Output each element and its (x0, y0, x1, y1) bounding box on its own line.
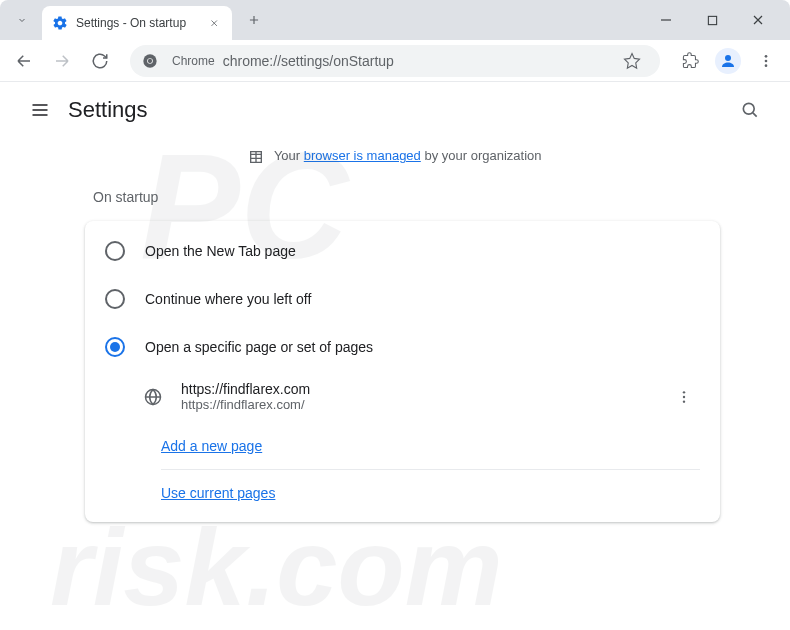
star-icon[interactable] (616, 45, 648, 77)
managed-suffix: by your organization (421, 148, 542, 163)
use-current-link[interactable]: Use current pages (161, 485, 275, 501)
new-tab-button[interactable] (240, 6, 268, 34)
tabs-dropdown-button[interactable] (8, 6, 36, 34)
managed-link[interactable]: browser is managed (304, 148, 421, 163)
settings-header: Settings (0, 82, 790, 138)
gear-icon (52, 15, 68, 31)
svg-point-12 (683, 400, 685, 402)
titlebar: Settings - On startup (0, 0, 790, 40)
option-new-tab[interactable]: Open the New Tab page (85, 227, 720, 275)
address-bar[interactable]: Chrome chrome://settings/onStartup (130, 45, 660, 77)
svg-point-7 (765, 64, 768, 67)
maximize-button[interactable] (698, 6, 726, 34)
search-icon[interactable] (730, 90, 770, 130)
back-button[interactable] (8, 45, 40, 77)
profile-button[interactable] (712, 45, 744, 77)
option-label: Open the New Tab page (145, 243, 296, 259)
avatar-icon (715, 48, 741, 74)
option-continue[interactable]: Continue where you left off (85, 275, 720, 323)
svg-rect-0 (708, 16, 716, 24)
svg-point-4 (725, 55, 731, 61)
forward-button[interactable] (46, 45, 78, 77)
add-page-link[interactable]: Add a new page (161, 438, 262, 454)
page-url-text: https://findflarex.com/ (181, 397, 668, 412)
browser-tab[interactable]: Settings - On startup (42, 6, 232, 40)
page-title: Settings (68, 97, 148, 123)
svg-point-11 (683, 395, 685, 397)
omnibox-chrome-label: Chrome (172, 54, 215, 68)
extensions-icon[interactable] (674, 45, 706, 77)
svg-point-3 (148, 58, 152, 62)
close-icon[interactable] (206, 15, 222, 31)
startup-card: Open the New Tab page Continue where you… (85, 221, 720, 522)
radio-icon (105, 337, 125, 357)
close-button[interactable] (744, 6, 772, 34)
use-current-row: Use current pages (85, 470, 720, 516)
option-label: Continue where you left off (145, 291, 311, 307)
window-controls (652, 6, 782, 34)
hamburger-icon[interactable] (20, 90, 60, 130)
svg-point-10 (683, 391, 685, 393)
radio-icon (105, 289, 125, 309)
chrome-icon (142, 53, 158, 69)
startup-page-row: https://findflarex.com https://findflare… (85, 371, 720, 423)
add-page-row: Add a new page (85, 423, 720, 469)
radio-icon (105, 241, 125, 261)
svg-point-8 (743, 103, 754, 114)
section-title: On startup (93, 189, 720, 205)
reload-button[interactable] (84, 45, 116, 77)
svg-point-6 (765, 59, 768, 62)
page-title-text: https://findflarex.com (181, 381, 668, 397)
page-info: https://findflarex.com https://findflare… (181, 381, 668, 412)
svg-point-5 (765, 55, 768, 58)
building-icon (248, 149, 264, 165)
tab-title: Settings - On startup (76, 16, 206, 30)
browser-toolbar: Chrome chrome://settings/onStartup (0, 40, 790, 82)
globe-icon (143, 387, 163, 407)
omnibox-url: chrome://settings/onStartup (223, 53, 616, 69)
menu-icon[interactable] (750, 45, 782, 77)
minimize-button[interactable] (652, 6, 680, 34)
option-specific[interactable]: Open a specific page or set of pages (85, 323, 720, 371)
content: On startup Open the New Tab page Continu… (0, 189, 790, 522)
option-label: Open a specific page or set of pages (145, 339, 373, 355)
more-icon[interactable] (668, 381, 700, 413)
managed-prefix: Your (274, 148, 304, 163)
managed-banner: Your browser is managed by your organiza… (0, 138, 790, 179)
